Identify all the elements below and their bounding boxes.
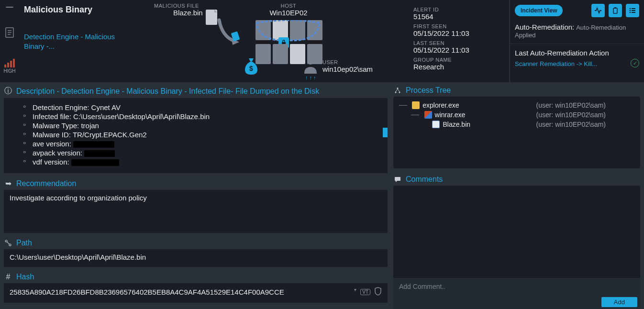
recommendation-panel: Investigate according to organization po… [4,190,388,233]
svg-point-19 [9,244,11,246]
select-checkbox[interactable] [6,7,13,8]
svg-text:$: $ [249,65,253,72]
svg-point-18 [5,240,7,242]
svg-rect-15 [632,10,635,11]
process-tree: ── explorer.exe(user: win10EP02\sam) ── … [393,97,640,168]
title-column: Malicious Binary Detection Engine - Mali… [19,0,137,82]
detection-link[interactable]: Detection Engine - Malicious Binary -... [24,32,133,52]
upload-arrows-icon: ↑↑↑ [305,75,318,80]
arrow-right-icon: ➥ [4,179,12,188]
svg-rect-26 [395,177,400,181]
svg-rect-13 [632,8,635,9]
moneybag-icon: $ [243,55,259,76]
check-icon: ✓ [631,59,639,67]
process-icon [412,101,420,109]
svg-point-9 [307,58,314,65]
clipboard-button[interactable] [609,4,622,17]
svg-point-21 [397,88,399,89]
svg-line-25 [398,89,400,92]
tree-row[interactable]: ── winrar.exe(user: win10EP02\sam) [399,110,634,120]
document-icon[interactable] [5,27,14,40]
header-band: HIGH Malicious Binary Detection Engine -… [0,0,644,82]
comments-heading: Comments [393,175,640,184]
malicious-file-block: MALICIOUS FILE Blaze.bin [154,3,203,17]
tree-heading: Process Tree [393,86,640,95]
description-heading: ⓘ Description - Detection Engine - Malic… [4,86,388,96]
activity-button[interactable] [591,4,605,17]
auto-rem-title: Auto-Remediation: [515,23,574,31]
path-icon [4,240,12,246]
description-panel: Detection Engine: Cynet AV Infected file… [4,98,388,173]
hash-panel: 25835A890A218FD26BFD8B23696576402B5EB8A4… [4,283,388,303]
person-icon [302,56,319,75]
svg-point-23 [399,92,400,93]
process-icon [432,121,440,128]
last-action-title: Last Auto-Remediation Action [515,49,639,57]
tree-row[interactable]: Blaze.bin(user: win10EP02\sam) [399,120,634,129]
incident-view-button[interactable]: Incident View [515,5,563,16]
hash-heading: # Hash [4,273,388,281]
tree-icon [393,87,402,94]
svg-point-14 [630,10,631,11]
add-comment-button[interactable]: Add [601,297,637,307]
action-column: Incident View Auto-Remediation: Auto-Rem… [509,0,644,82]
hash-icon: # [4,273,12,281]
shield-icon[interactable] [374,287,382,297]
info-icon: ⓘ [4,86,12,96]
right-pane: Process Tree ── explorer.exe(user: win10… [391,82,644,309]
comments-panel: Add [393,186,640,309]
host-block: HOST Win10EP02 [261,3,316,17]
svg-rect-10 [613,8,617,13]
recommendation-heading: ➥ Recommendation [4,179,388,188]
left-pane: ⓘ Description - Detection Engine - Malic… [0,82,391,309]
severity-indicator: HIGH [4,59,16,74]
rail: HIGH [0,0,19,82]
severity-label: HIGH [4,68,16,74]
svg-point-22 [395,92,397,93]
list-button[interactable] [626,4,639,17]
tree-row[interactable]: ── explorer.exe(user: win10EP02\sam) [399,100,634,110]
graph-column: MALICIOUS FILE Blaze.bin HOST Win10EP02 … [137,0,509,82]
comment-input[interactable] [393,278,640,295]
process-icon [424,111,432,119]
svg-point-12 [630,8,631,10]
path-heading: Path [4,239,388,247]
svg-rect-17 [632,12,635,13]
arrow-icon [215,17,244,46]
last-action-link[interactable]: Scanner Remediation -> Kill... [515,60,597,67]
scrollbar-thumb[interactable] [383,128,388,137]
alert-meta: ALERT ID51564 FIRST SEEN05/15/2022 11:03… [413,7,509,74]
virustotal-icon[interactable]: VT [360,289,370,295]
svg-point-16 [630,12,631,13]
user-block: USER win10ep02\sam [322,59,373,73]
svg-rect-11 [614,7,616,9]
svg-line-20 [7,242,9,244]
path-panel: C:\Users\user\Desktop\April\April\Blaze.… [4,249,388,267]
svg-marker-27 [396,181,397,182]
svg-line-24 [396,89,398,92]
comment-icon [393,176,402,183]
page-title: Malicious Binary [24,5,133,15]
